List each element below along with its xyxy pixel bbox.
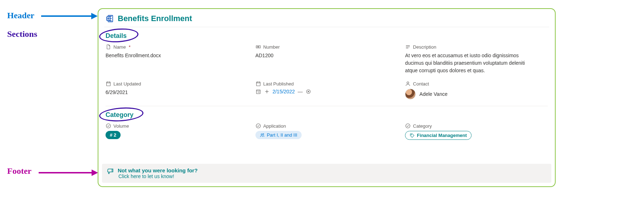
svg-rect-13: [107, 82, 111, 86]
svg-marker-3: [92, 170, 98, 176]
label-category: Category: [405, 123, 548, 129]
label-number: Number: [255, 44, 398, 50]
word-document-icon: [106, 14, 114, 23]
category-pill[interactable]: Financial Management: [405, 131, 471, 140]
details-row-1: Name* Benefits Enrollment.docx Number AD…: [104, 44, 549, 81]
label-contact: Contact: [405, 81, 548, 87]
avatar: [405, 89, 416, 99]
svg-point-32: [261, 133, 262, 135]
label-application: Application: [255, 123, 398, 129]
calendar-picker-icon[interactable]: 21: [255, 89, 261, 94]
footer-line2-link[interactable]: Click here to let us know!: [118, 173, 197, 179]
label-description: Description: [405, 44, 548, 50]
details-row-2: Last Updated 6/29/2021 Last Published 21…: [104, 81, 549, 106]
value-last-published[interactable]: 2/15/2022: [273, 89, 295, 94]
annotation-footer-label: Footer: [7, 166, 31, 176]
thumbs-down-icon: [107, 168, 114, 175]
card-header: Benefits Enrollment: [104, 9, 549, 27]
label-last-published: Last Published: [255, 81, 398, 87]
people-icon: [260, 133, 265, 138]
footer-line1: Not what you were looking for?: [118, 167, 197, 173]
annotation-sections-label: Sections: [7, 29, 37, 39]
label-name: Name*: [106, 44, 248, 50]
label-volume: Volume: [106, 123, 248, 129]
svg-point-33: [263, 133, 264, 134]
value-contact: Adele Vance: [419, 90, 447, 98]
value-description: At vero eos et accusamus et iusto odio d…: [405, 52, 534, 74]
svg-rect-17: [256, 82, 260, 86]
clear-date-icon[interactable]: [306, 89, 311, 94]
volume-pill[interactable]: # 2: [106, 131, 121, 139]
tag-icon: [410, 133, 415, 138]
calendar-icon: [255, 81, 261, 87]
category-row: Volume # 2 Application Part I, II and II…: [104, 123, 549, 146]
abc-icon: [255, 44, 261, 50]
label-last-updated: Last Updated: [106, 81, 248, 87]
contact-person[interactable]: Adele Vance: [405, 89, 548, 99]
page-title: Benefits Enrollment: [118, 14, 192, 23]
svg-point-35: [411, 134, 412, 135]
section-title-details: Details: [104, 27, 549, 44]
check-circle-icon: [106, 123, 111, 129]
description-icon: [405, 44, 411, 50]
date-picker-last-published[interactable]: 21 2/15/2022 —: [255, 89, 398, 94]
svg-point-34: [406, 124, 410, 128]
annotation-header-label: Header: [7, 11, 34, 20]
arrow-header-icon: [41, 11, 98, 21]
content-card: Benefits Enrollment Details Name* Benefi…: [98, 8, 556, 187]
feedback-footer[interactable]: Not what you were looking for? Click her…: [102, 164, 551, 183]
svg-point-31: [256, 124, 260, 128]
value-last-updated: 6/29/2021: [106, 89, 248, 96]
calendar-icon: [106, 81, 111, 87]
check-circle-icon: [405, 123, 411, 129]
svg-point-30: [106, 124, 111, 128]
check-circle-icon: [255, 123, 261, 129]
application-pill[interactable]: Part I, II and III: [255, 131, 302, 139]
section-title-category: Category: [104, 106, 549, 123]
dash-separator: —: [298, 89, 303, 94]
add-date-icon[interactable]: [264, 89, 270, 94]
svg-point-29: [407, 82, 409, 84]
file-icon: [106, 44, 111, 50]
value-number: AD1200: [255, 52, 398, 59]
arrow-footer-icon: [39, 167, 99, 178]
svg-text:21: 21: [258, 91, 260, 93]
value-name: Benefits Enrollment.docx: [106, 52, 248, 59]
person-icon: [405, 81, 411, 87]
svg-marker-1: [91, 13, 98, 19]
